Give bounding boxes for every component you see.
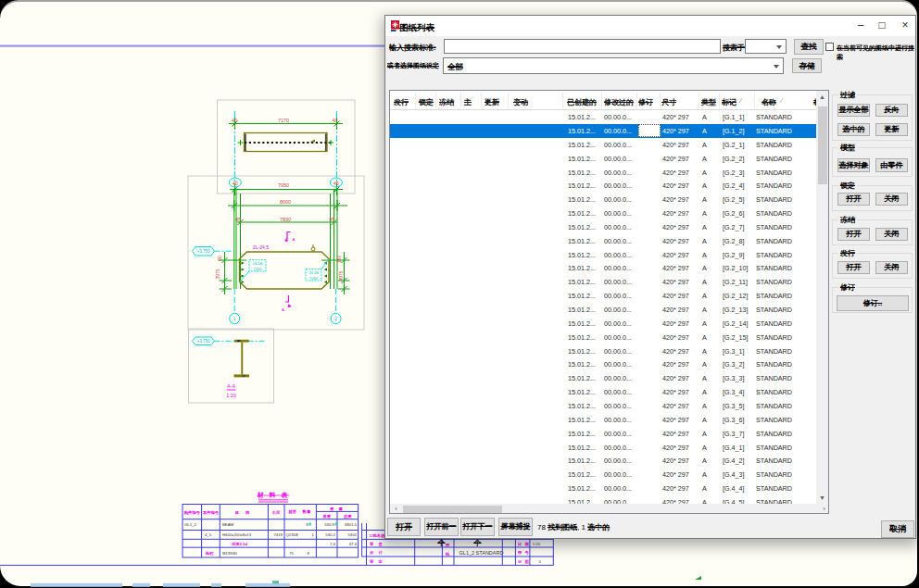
svg-text:1:20: 1:20 bbox=[226, 393, 236, 398]
svg-text:7419: 7419 bbox=[273, 532, 283, 537]
svg-text:BEAM: BEAM bbox=[222, 522, 234, 527]
svg-text:GL1B: GL1B bbox=[308, 270, 319, 275]
svg-text:40: 40 bbox=[232, 118, 237, 123]
svg-text:7170: 7170 bbox=[278, 118, 289, 123]
svg-text:47.3: 47.3 bbox=[349, 542, 358, 546]
svg-text:图 号: 图 号 bbox=[518, 550, 530, 556]
svg-text:纸: 纸 bbox=[445, 552, 450, 557]
svg-text:设 计: 设 计 bbox=[369, 550, 384, 555]
svg-text:Q235B: Q235B bbox=[286, 532, 299, 537]
svg-text:工程名称: 工程名称 bbox=[369, 533, 385, 539]
svg-text:1:20: 1:20 bbox=[533, 542, 541, 546]
svg-text:5302: 5302 bbox=[347, 532, 357, 537]
svg-text:A: A bbox=[282, 307, 284, 312]
svg-text:40: 40 bbox=[233, 181, 238, 186]
svg-text:7830: 7830 bbox=[280, 217, 291, 222]
svg-text:7050: 7050 bbox=[278, 182, 289, 188]
svg-text:8: 8 bbox=[307, 522, 309, 527]
svg-text:油漆2.5d: 油漆2.5d bbox=[231, 542, 248, 546]
svg-text:1: 1 bbox=[233, 317, 236, 321]
svg-text:GL1_2: GL1_2 bbox=[184, 522, 197, 527]
svg-text:材 料 表: 材 料 表 bbox=[257, 491, 290, 499]
svg-text:60: 60 bbox=[217, 256, 222, 261]
svg-text:8: 8 bbox=[308, 551, 310, 556]
svg-text:+3.750: +3.750 bbox=[197, 249, 210, 254]
svg-text:7050: 7050 bbox=[253, 267, 262, 271]
svg-text:审 查: 审 查 bbox=[370, 542, 384, 546]
svg-text:总重: 总重 bbox=[343, 514, 352, 519]
svg-text:M19X80: M19X80 bbox=[222, 551, 238, 556]
svg-text:A-A: A-A bbox=[227, 383, 236, 389]
svg-text:零件编号: 零件编号 bbox=[202, 510, 220, 516]
svg-text:45: 45 bbox=[329, 217, 334, 222]
svg-text:1: 1 bbox=[312, 532, 315, 537]
svg-text:7.3: 7.3 bbox=[330, 542, 336, 546]
svg-text:160: 160 bbox=[336, 256, 342, 264]
svg-text:图: 图 bbox=[446, 543, 449, 547]
svg-text:规 格: 规 格 bbox=[234, 510, 253, 515]
svg-text:8000: 8000 bbox=[280, 199, 291, 205]
svg-text:75: 75 bbox=[289, 551, 294, 556]
svg-text:单重: 单重 bbox=[321, 514, 331, 519]
svg-text:2: 2 bbox=[334, 317, 337, 321]
svg-text:40: 40 bbox=[332, 118, 337, 123]
svg-text:2L-24.5: 2L-24.5 bbox=[253, 244, 269, 250]
svg-text:审 定: 审 定 bbox=[370, 559, 384, 564]
svg-text:栓钉: 栓钉 bbox=[205, 551, 214, 557]
svg-text:4_5: 4_5 bbox=[205, 532, 212, 537]
svg-text:数量: 数量 bbox=[302, 509, 311, 514]
svg-text:重 量: 重 量 bbox=[330, 507, 345, 511]
svg-text:3801.0: 3801.0 bbox=[345, 522, 358, 527]
svg-text:3975: 3975 bbox=[215, 269, 220, 279]
svg-text:GL1B: GL1B bbox=[253, 261, 263, 266]
svg-text:比 例: 比 例 bbox=[518, 542, 530, 547]
svg-text:长度: 长度 bbox=[271, 510, 281, 515]
svg-text:45: 45 bbox=[334, 181, 339, 186]
svg-text:0: 0 bbox=[539, 559, 542, 564]
svg-text:530.2: 530.2 bbox=[325, 532, 335, 537]
svg-text:GL1_2 STANDARD: GL1_2 STANDARD bbox=[460, 550, 504, 556]
svg-text:4975: 4975 bbox=[338, 270, 344, 281]
svg-text:+3.750: +3.750 bbox=[197, 339, 210, 344]
svg-text:A: A bbox=[293, 237, 296, 242]
svg-text:日 期: 日 期 bbox=[518, 559, 530, 565]
svg-text:材质: 材质 bbox=[287, 509, 296, 515]
svg-text:H400x200x8x13: H400x200x8x13 bbox=[222, 532, 252, 537]
svg-text:530.9: 530.9 bbox=[324, 522, 334, 527]
svg-text:构件编号: 构件编号 bbox=[183, 510, 201, 516]
svg-text:45: 45 bbox=[235, 217, 241, 222]
svg-text:7050: 7050 bbox=[309, 276, 319, 281]
